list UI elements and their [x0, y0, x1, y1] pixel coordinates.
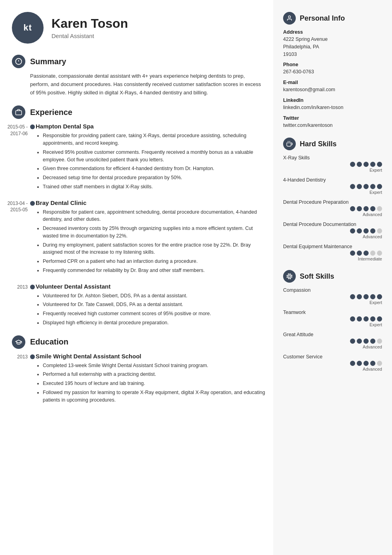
- exp-date-3: 2013: [0, 284, 28, 291]
- summary-section: Summary Passionate, compassionate dental…: [12, 55, 265, 97]
- education-section: Education 2013 Smile Wright Dental Assis…: [12, 335, 265, 404]
- hard-skill-3: Dental Procedure Preparation Advanced: [283, 199, 382, 217]
- personal-info-title: Personal Info: [300, 14, 345, 23]
- exp-bullet: Performed CPR on a patient who had an in…: [43, 258, 265, 265]
- dot: [350, 251, 355, 256]
- exp-bullet: Frequently received high customer commen…: [43, 310, 265, 318]
- dot: [357, 184, 362, 189]
- edu-bullet: Performed a full externship with a pract…: [43, 371, 265, 378]
- exp-bullet: Decreased inventory costs by 25% through…: [43, 225, 265, 240]
- dot: [357, 228, 362, 233]
- dot: [363, 206, 369, 211]
- dot: [357, 206, 362, 211]
- personal-info-icon: [283, 12, 296, 25]
- hard-skill-dots-4: [283, 228, 382, 233]
- soft-skill-2: Teamwork Expert: [283, 310, 382, 327]
- edu-bullets-1: Completed 13-week Smile Wright Dental As…: [36, 362, 265, 404]
- soft-skill-dots-3: [283, 339, 382, 344]
- dot-empty: [370, 251, 375, 256]
- exp-entry-3: 2013 Volunteer Dental Assistant Voluntee…: [36, 283, 265, 327]
- email-value: karentoson@gmail.com: [283, 86, 382, 94]
- dot: [363, 228, 369, 233]
- dot-empty: [377, 228, 382, 233]
- left-column: kt Karen Toson Dental Assistant Summary …: [0, 0, 273, 555]
- address-label: Address: [283, 29, 382, 35]
- exp-bullet: Responsible for patient care, appointmen…: [43, 209, 265, 224]
- hard-skill-level-1: Expert: [283, 168, 382, 172]
- hard-skill-1: X-Ray Skills Expert: [283, 155, 382, 172]
- hard-skill-dots-5: [283, 251, 382, 256]
- avatar: kt: [12, 12, 44, 44]
- soft-skill-level-4: Advanced: [283, 367, 382, 371]
- phone-label: Phone: [283, 62, 382, 67]
- exp-bullet: Given three commendations for efficient …: [43, 165, 265, 172]
- exp-bullet: Frequently commended for reliability by …: [43, 267, 265, 274]
- personal-info-section: Personal Info Address 4222 Spring Avenue…: [283, 12, 382, 129]
- exp-entry-1: 2015-05 -2017-06 Hampton Dental Spa Resp…: [36, 123, 265, 190]
- soft-skill-dots-2: [283, 316, 382, 322]
- dot: [370, 294, 375, 299]
- edu-bullet: Completed 13-week Smile Wright Dental As…: [43, 362, 265, 369]
- dot: [357, 361, 362, 366]
- experience-section: Experience 2015-05 -2017-06 Hampton Dent…: [12, 105, 265, 326]
- dot: [363, 162, 369, 167]
- hard-skill-name-5: Dental Equipment Maintenance: [283, 244, 382, 249]
- hard-skill-4: Dental Procedure Documentation Advanced: [283, 222, 382, 239]
- personal-info-header: Personal Info: [283, 12, 382, 25]
- soft-skill-level-1: Expert: [283, 300, 382, 305]
- dot: [350, 339, 355, 344]
- hard-skills-section: Hard Skills X-Ray Skills Expert 4-Handed…: [283, 138, 382, 261]
- hard-skill-level-3: Advanced: [283, 212, 382, 217]
- address-value: 4222 Spring AvenuePhiladelphia, PA19103: [283, 36, 382, 58]
- hard-skills-icon: [283, 138, 296, 150]
- soft-skill-level-2: Expert: [283, 322, 382, 327]
- svg-point-4: [288, 16, 290, 18]
- timeline-dot-3: [30, 285, 35, 289]
- dot: [350, 162, 355, 167]
- edu-content-1: Smile Wright Dental Assistant School Com…: [36, 353, 265, 404]
- exp-bullets-2: Responsible for patient care, appointmen…: [36, 209, 265, 274]
- dot: [357, 339, 362, 344]
- soft-skill-level-3: Advanced: [283, 344, 382, 349]
- dot: [377, 162, 382, 167]
- education-title: Education: [30, 337, 69, 346]
- summary-text: Passionate, compassionate dental assista…: [12, 72, 265, 97]
- hard-skill-dots-1: [283, 162, 382, 167]
- education-timeline: 2013 Smile Wright Dental Assistant Schoo…: [12, 353, 265, 404]
- exp-bullet: During my employment, patient satisfacti…: [43, 241, 265, 256]
- dot: [377, 316, 382, 322]
- exp-bullet: Decreased setup time for dental procedur…: [43, 174, 265, 182]
- soft-skill-dots-1: [283, 294, 382, 299]
- phone-value: 267-630-0763: [283, 68, 382, 76]
- exp-bullet: Received 95% positive customer comments.…: [43, 149, 265, 164]
- exp-bullet: Volunteered for Dr. Ashton Siebert, DDS,…: [43, 292, 265, 300]
- header-text: Karen Toson Dental Assistant: [51, 16, 128, 39]
- dot: [370, 361, 375, 366]
- soft-skills-title: Soft Skills: [300, 272, 334, 281]
- soft-skill-name-3: Great Attitude: [283, 332, 382, 337]
- experience-title: Experience: [30, 108, 72, 117]
- exp-bullets-1: Responsible for providing patient care, …: [36, 132, 265, 190]
- experience-header: Experience: [12, 105, 265, 119]
- dot: [350, 228, 355, 233]
- education-icon: [12, 335, 25, 349]
- candidate-title: Dental Assistant: [51, 33, 128, 39]
- email-block: E-mail karentoson@gmail.com: [283, 80, 382, 94]
- hard-skill-name-4: Dental Procedure Documentation: [283, 222, 382, 227]
- dot: [350, 184, 355, 189]
- dot: [357, 251, 362, 256]
- hard-skill-level-4: Advanced: [283, 234, 382, 239]
- dot: [357, 294, 362, 299]
- dot: [370, 162, 375, 167]
- exp-content-3: Volunteer Dental Assistant Volunteered f…: [36, 283, 265, 327]
- twitter-block: Twitter twitter.com/karentoson: [283, 115, 382, 129]
- dot: [363, 316, 369, 322]
- experience-timeline: 2015-05 -2017-06 Hampton Dental Spa Resp…: [12, 123, 265, 326]
- dot: [370, 184, 375, 189]
- edu-bullet: Followed my passion for learning to oper…: [43, 389, 265, 404]
- candidate-name: Karen Toson: [51, 16, 128, 31]
- exp-bullets-3: Volunteered for Dr. Ashton Siebert, DDS,…: [36, 292, 265, 327]
- hard-skill-name-3: Dental Procedure Preparation: [283, 199, 382, 205]
- summary-header: Summary: [12, 55, 265, 68]
- exp-bullet: Trained other staff members in digital X…: [43, 183, 265, 191]
